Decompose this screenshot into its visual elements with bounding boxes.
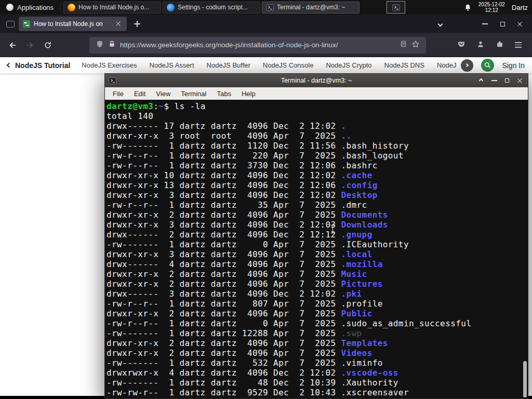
file-meta: drwxr-xr-x 2 dartz dartz 4096 Apr 7 2025 (107, 309, 341, 318)
sign-in-button[interactable]: Sign In (502, 61, 525, 70)
lock-icon[interactable] (108, 40, 116, 50)
file-name: .config (341, 180, 377, 190)
file-name: .bash_logout (341, 151, 403, 161)
back-button[interactable] (5, 38, 20, 52)
file-meta: drwxr-xr-x 10 dartz dartz 4096 Dec 2 12:… (107, 170, 341, 180)
file-meta: -rw------- 1 dartz dartz 0 Apr 7 2025 (107, 240, 341, 249)
tab-title: How to Install Node.js on (34, 20, 112, 28)
taskbar: How to Install Node.js o...Settings - co… (63, 0, 360, 15)
terminal-line: -rw------- 1 dartz dartz 48 Dec 2 10:39 … (107, 378, 528, 388)
reload-button[interactable] (41, 38, 55, 52)
forward-button[interactable] (23, 38, 37, 52)
terminal-line: -rw-r--r-- 1 dartz dartz 807 Apr 7 2025 … (107, 299, 528, 309)
window-controls (431, 17, 529, 31)
terminal-title: Terminal - dartz@vm3: ~ (105, 77, 528, 84)
menu-edit[interactable]: Edit (129, 90, 151, 98)
terminal-titlebar[interactable]: Terminal - dartz@vm3: ~ (105, 74, 528, 87)
site-nav-back[interactable]: NodeJS Tutorial (7, 61, 70, 70)
terminal-line: drwx------ 2 dartz dartz 4096 Dec 2 12:1… (107, 230, 528, 240)
url-input[interactable]: https://www.geeksforgeeks.org/node-js/in… (120, 41, 395, 49)
terminal-listing: drwx------ 17 dartz dartz 4096 Dec 2 12:… (107, 121, 528, 397)
typed-command: ls -la (174, 101, 205, 111)
site-nav-bar: NodeJS Tutorial NodeJS ExercisesNodeJS A… (0, 57, 532, 73)
menu-help[interactable]: Help (236, 90, 261, 98)
url-bar[interactable]: https://www.geeksforgeeks.org/node-js/in… (89, 37, 426, 54)
rollup-button[interactable] (477, 76, 485, 85)
nav-link[interactable]: NodeJS Console (263, 61, 314, 69)
browser-toolbar: https://www.geeksforgeeks.org/node-js/in… (0, 33, 532, 57)
prompt-path: ~ (158, 101, 164, 111)
tab-strip: How to Install Node.js on (0, 15, 532, 33)
browser-tab[interactable]: How to Install Node.js on (19, 17, 127, 31)
terminal-icon (266, 4, 274, 11)
tab-close-icon[interactable] (115, 20, 123, 28)
menu-tabs[interactable]: Tabs (211, 90, 236, 98)
terminal-minimize-button[interactable] (490, 76, 498, 85)
applications-menu[interactable]: Applications (0, 0, 60, 15)
file-name: .pki (341, 289, 362, 299)
pocket-icon[interactable] (457, 40, 466, 50)
tracking-shield-icon[interactable] (96, 40, 104, 50)
menu-hamburger-icon[interactable] (515, 42, 522, 48)
file-meta: drwxr-xr-x 3 root root 4096 Apr 7 2025 (107, 131, 341, 141)
file-meta: -rw------- 1 dartz dartz 532 Apr 7 2025 (107, 358, 341, 368)
terminal-line: drwxr-xr-x 3 dartz dartz 4096 Dec 2 12:0… (107, 220, 528, 230)
bookmark-star-icon[interactable] (411, 40, 420, 50)
panel-clock[interactable]: 2025-12-02 12:12 (478, 2, 505, 14)
account-icon[interactable] (476, 40, 485, 50)
file-meta: drwx------ 17 dartz dartz 4096 Dec 2 12:… (107, 121, 341, 131)
user-menu[interactable]: Dartz (512, 4, 529, 11)
terminal-maximize-button[interactable] (503, 76, 511, 85)
applications-label: Applications (17, 4, 54, 11)
minimize-button[interactable] (476, 17, 494, 31)
panel-status-area: 2025-12-02 12:12 Dartz (464, 0, 532, 15)
new-tab-button[interactable] (134, 21, 140, 27)
extensions-icon[interactable] (496, 40, 504, 50)
site-nav-back-label: NodeJS Tutorial (15, 61, 70, 70)
site-search-button[interactable] (481, 59, 494, 72)
menu-terminal[interactable]: Terminal (176, 90, 211, 98)
terminal-output[interactable]: dartz@vm3:~$ ls -la total 140 drwx------… (105, 100, 528, 398)
distro-logo-icon (6, 4, 14, 11)
menu-file[interactable]: File (108, 90, 129, 98)
file-meta: drwx------ 2 dartz dartz 4096 Dec 2 12:1… (107, 230, 341, 240)
reader-view-icon[interactable] (400, 40, 407, 50)
prompt-dollar: $ (164, 101, 174, 111)
terminal-line: drwx------ 17 dartz dartz 4096 Dec 2 12:… (107, 121, 528, 131)
nav-link[interactable]: NodeJS Assert (150, 61, 194, 69)
close-button[interactable] (511, 17, 529, 31)
terminal-scrollbar[interactable] (522, 100, 528, 398)
taskbar-window-button[interactable]: Terminal - dartz@vm3: ~ (262, 2, 360, 14)
terminal-total-line: total 140 (107, 111, 528, 121)
terminal-line: -rw------- 1 dartz dartz 1120 Dec 2 11:5… (107, 141, 528, 151)
terminal-line: drwxr-xr-x 3 root root 4096 Apr 7 2025 .… (107, 131, 528, 141)
notifications-bell-icon[interactable] (464, 4, 472, 11)
file-name: .viminfo (341, 358, 382, 368)
file-meta: -rw------- 1 dartz dartz 1120 Dec 2 11:5… (107, 141, 341, 151)
tray-icon[interactable] (387, 1, 405, 14)
file-name: .swp (341, 328, 362, 338)
nav-link[interactable]: NodeJS Exercises (82, 61, 137, 69)
nav-link[interactable]: NodeJS Buffer (207, 61, 250, 69)
site-favicon (23, 20, 30, 28)
terminal-line: drwxr-xr-x 2 dartz dartz 4096 Apr 7 2025… (107, 338, 528, 348)
list-tabs-chevron-icon[interactable] (431, 17, 449, 31)
nav-link[interactable]: NodeJS DNS (384, 61, 424, 69)
terminal-line: drwxr-xr-x 2 dartz dartz 4096 Apr 7 2025… (107, 210, 528, 220)
taskbar-window-button[interactable]: How to Install Node.js o... (63, 2, 161, 14)
terminal-close-button[interactable] (516, 76, 524, 85)
firefox-view-icon[interactable] (6, 21, 15, 28)
taskbar-window-button[interactable]: Settings - codium script... (163, 2, 260, 14)
nav-scroll-right-button[interactable] (461, 59, 473, 72)
terminal-line: -rw------- 1 dartz dartz 12288 Apr 7 202… (107, 328, 528, 338)
maximize-button[interactable] (494, 17, 511, 31)
nav-link[interactable]: NodeJS Crypto (326, 61, 371, 69)
terminal-line: drwxr-xr-x 3 dartz dartz 4096 Apr 7 2025… (107, 249, 528, 259)
terminal-window-controls (477, 76, 524, 85)
site-nav-right: Sign In (457, 59, 525, 72)
file-meta: drwxr-xr-x 13 dartz dartz 4096 Dec 2 12:… (107, 180, 341, 190)
menu-view[interactable]: View (151, 90, 176, 98)
terminal-scrollbar-thumb[interactable] (523, 361, 527, 397)
file-name: .local (341, 249, 372, 259)
nav-link[interactable]: NodeJS (437, 61, 457, 69)
